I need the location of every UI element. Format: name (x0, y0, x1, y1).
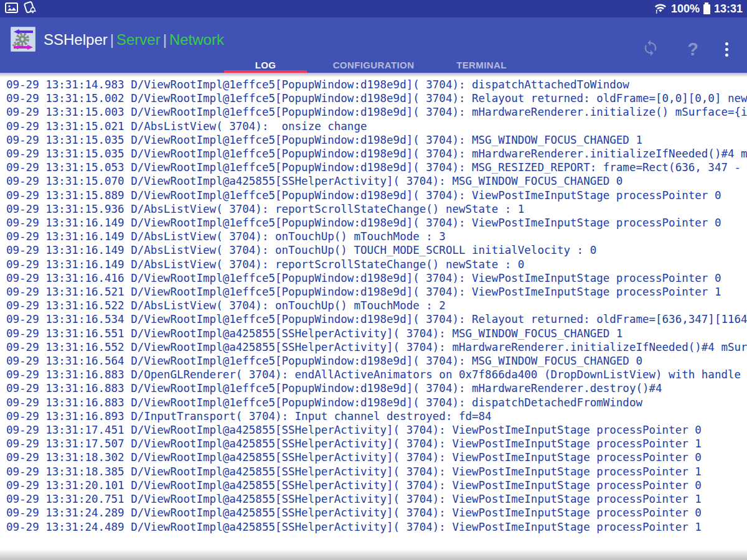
overflow-menu-button[interactable] (716, 40, 737, 58)
status-bar-indicators: 100% 13:31 (654, 0, 743, 17)
log-line: 09-29 13:31:15.021 D/AbsListView( 3704):… (6, 119, 747, 133)
app-name-label: SSHelper (44, 31, 108, 48)
log-line: 09-29 13:31:16.149 D/AbsListView( 3704):… (6, 243, 747, 257)
log-line: 09-29 13:31:15.070 D/ViewRootImpl@a42585… (6, 174, 747, 188)
clock-label: 13:31 (714, 2, 743, 16)
log-line: 09-29 13:31:14.983 D/ViewRootImpl@1effce… (6, 78, 747, 91)
tab-terminal[interactable]: TERMINAL (440, 57, 523, 73)
log-output[interactable]: 09-29 13:31:14.983 D/ViewRootImpl@1effce… (0, 73, 747, 560)
log-line: 09-29 13:31:18.385 D/ViewRootImpl@a42585… (6, 465, 747, 478)
refresh-button[interactable] (640, 40, 661, 58)
wifi-icon (654, 2, 667, 17)
log-line: 09-29 13:31:16.522 D/AbsListView( 3704):… (6, 299, 747, 312)
log-line: 09-29 13:31:15.035 D/ViewRootImpl@1effce… (6, 133, 747, 147)
log-line: 09-29 13:31:20.751 D/ViewRootImpl@a42585… (6, 492, 747, 506)
log-line: 09-29 13:31:16.534 D/ViewRootImpl@1effce… (6, 312, 747, 326)
log-line: 09-29 13:31:16.552 D/ViewRootImpl@a42585… (6, 340, 747, 354)
log-line: 09-29 13:31:16.551 D/ViewRootImpl@a42585… (6, 327, 747, 340)
log-line: 09-29 13:31:17.507 D/ViewRootImpl@a42585… (6, 437, 747, 450)
vertical-ellipsis-icon (725, 42, 728, 57)
server-status-label: Server (116, 31, 161, 48)
log-line: 09-29 13:31:18.302 D/ViewRootImpl@a42585… (6, 450, 747, 464)
sshelper-notification-icon (23, 1, 37, 16)
tab-log[interactable]: LOG (224, 57, 307, 73)
help-button[interactable]: ? (682, 40, 703, 58)
log-line: 09-29 13:31:16.416 D/ViewRootImpl@1effce… (6, 271, 747, 285)
log-line: 09-29 13:31:16.883 D/ViewRootImpl@1effce… (6, 381, 747, 395)
log-line: 09-29 13:31:24.289 D/ViewRootImpl@a42585… (6, 506, 747, 520)
battery-percent-label: 100% (671, 2, 700, 16)
log-line: 09-29 13:31:16.883 D/OpenGLRenderer( 370… (6, 368, 747, 381)
log-line: 09-29 13:31:15.889 D/ViewRootImpl@1effce… (6, 189, 747, 202)
log-line: 09-29 13:31:16.149 D/AbsListView( 3704):… (6, 258, 747, 271)
log-line: 09-29 13:31:24.489 D/ViewRootImpl@a42585… (6, 520, 747, 534)
log-line: 09-29 13:31:15.035 D/ViewRootImpl@1effce… (6, 147, 747, 161)
title-separator: | (110, 31, 114, 48)
log-line: 09-29 13:31:16.149 D/ViewRootImpl@1effce… (6, 216, 747, 230)
app-bar: SSHelper|Server|Network ? LOGCONFIGURATI… (0, 17, 747, 73)
log-line: 09-29 13:31:16.893 D/InputTransport( 370… (6, 409, 747, 423)
log-line: 09-29 13:31:15.053 D/ViewRootImpl@1effce… (6, 161, 747, 174)
log-line: 09-29 13:31:16.521 D/ViewRootImpl@1effce… (6, 285, 747, 299)
log-line: 09-29 13:31:16.564 D/ViewRootImpl@1effce… (6, 354, 747, 368)
app-title: SSHelper|Server|Network (44, 31, 224, 49)
log-line: 09-29 13:31:20.101 D/ViewRootImpl@a42585… (6, 478, 747, 492)
screenshot-icon (5, 2, 18, 16)
network-status-label: Network (169, 31, 224, 48)
help-icon: ? (687, 39, 698, 60)
log-line: 09-29 13:31:17.451 D/ViewRootImpl@a42585… (6, 423, 747, 437)
log-line: 09-29 13:31:15.936 D/AbsListView( 3704):… (6, 202, 747, 216)
log-line: 09-29 13:31:16.149 D/AbsListView( 3704):… (6, 230, 747, 243)
log-line: 09-29 13:31:16.883 D/ViewRootImpl@1effce… (6, 396, 747, 409)
title-separator: | (163, 31, 167, 48)
log-line: 09-29 13:31:15.003 D/ViewRootImpl@1effce… (6, 105, 747, 119)
tab-bar: LOGCONFIGURATIONTERMINAL (224, 57, 523, 73)
status-bar-notification-icons (5, 0, 37, 17)
status-bar: 100% 13:31 (0, 0, 747, 17)
sync-icon (642, 39, 659, 59)
sshelper-logo-icon (11, 27, 35, 52)
tab-configuration[interactable]: CONFIGURATION (307, 57, 440, 73)
log-line: 09-29 13:31:15.002 D/ViewRootImpl@1effce… (6, 91, 747, 105)
battery-icon (703, 4, 710, 14)
